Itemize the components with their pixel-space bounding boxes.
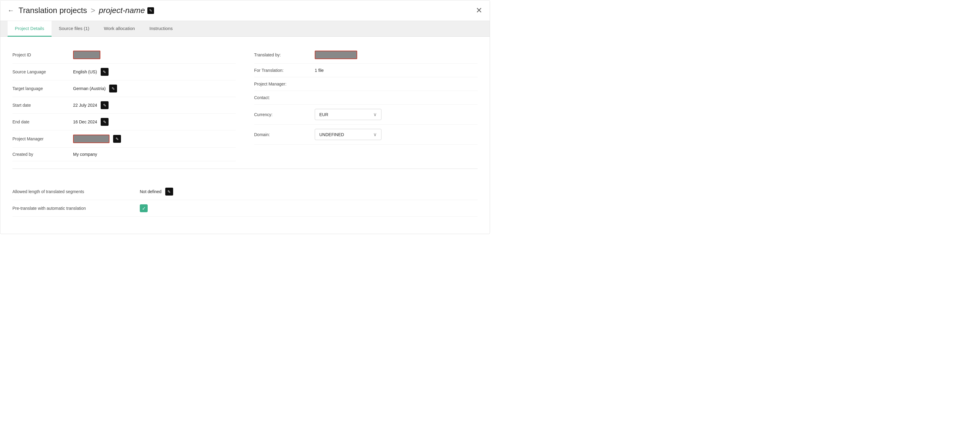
value-allowed-length: Not defined ✎ <box>140 188 477 196</box>
right-column: Translated by: For Translation: 1 file P… <box>254 46 477 161</box>
field-target-language: Target language German (Austria) ✎ <box>13 80 236 97</box>
fields-grid: Project ID Source Language English (US) … <box>13 46 477 161</box>
modal-window: ← Translation projects > project-name ✎ … <box>0 0 490 234</box>
domain-value: UNDEFINED <box>319 132 344 137</box>
field-project-manager-right: Project Manager: <box>254 77 477 91</box>
redacted-project-id <box>73 51 100 59</box>
value-for-translation: 1 file <box>315 68 477 73</box>
field-created-by: Created by My company <box>13 148 236 161</box>
section-divider <box>13 169 477 169</box>
source-language-text: English (US) <box>73 70 97 74</box>
tab-source-files[interactable]: Source files (1) <box>51 21 97 37</box>
tab-bar: Project Details Source files (1) Work al… <box>0 21 490 37</box>
edit-source-language-icon[interactable]: ✎ <box>101 68 108 76</box>
start-date-text: 22 July 2024 <box>73 103 97 108</box>
edit-start-date-icon[interactable]: ✎ <box>101 101 108 109</box>
page-title: Translation projects > project-name ✎ <box>19 6 154 15</box>
field-pre-translate: Pre-translate with automatic translation… <box>13 200 477 217</box>
allowed-length-text: Not defined <box>140 189 162 194</box>
bottom-section: Allowed length of translated segments No… <box>13 176 477 224</box>
label-domain: Domain: <box>254 132 315 137</box>
value-pre-translate: ✓ <box>140 204 477 212</box>
label-for-translation: For Translation: <box>254 68 315 73</box>
field-end-date: End date 16 Dec 2024 ✎ <box>13 114 236 130</box>
currency-dropdown[interactable]: EUR ∨ <box>315 109 382 120</box>
field-allowed-length: Allowed length of translated segments No… <box>13 183 477 200</box>
field-translated-by: Translated by: <box>254 46 477 64</box>
close-button[interactable]: ✕ <box>476 6 482 15</box>
label-start-date: Start date <box>13 103 73 108</box>
value-project-id <box>73 51 236 59</box>
redacted-translated-by <box>315 51 357 59</box>
modal-header: ← Translation projects > project-name ✎ … <box>0 0 490 21</box>
value-translated-by <box>315 51 477 59</box>
tab-instructions[interactable]: Instructions <box>142 21 180 37</box>
back-icon: ← <box>8 7 14 14</box>
edit-end-date-icon[interactable]: ✎ <box>101 118 108 126</box>
value-end-date: 16 Dec 2024 ✎ <box>73 118 236 126</box>
breadcrumb-prefix: Translation projects <box>19 6 87 15</box>
label-allowed-length: Allowed length of translated segments <box>13 189 140 194</box>
edit-target-language-icon[interactable]: ✎ <box>109 84 117 92</box>
value-target-language: German (Austria) ✎ <box>73 84 236 92</box>
redacted-project-manager <box>73 135 110 143</box>
edit-project-manager-icon[interactable]: ✎ <box>113 135 121 143</box>
domain-chevron-icon: ∨ <box>373 132 377 137</box>
field-start-date: Start date 22 July 2024 ✎ <box>13 97 236 114</box>
label-pre-translate: Pre-translate with automatic translation <box>13 206 140 211</box>
label-project-manager: Project Manager <box>13 137 73 141</box>
main-content: Project ID Source Language English (US) … <box>0 37 490 234</box>
for-translation-text: 1 file <box>315 68 324 73</box>
currency-chevron-icon: ∨ <box>373 111 377 117</box>
field-domain: Domain: UNDEFINED ∨ <box>254 125 477 145</box>
label-target-language: Target language <box>13 86 73 91</box>
label-end-date: End date <box>13 119 73 124</box>
back-button[interactable]: ← <box>8 7 14 14</box>
label-currency: Currency: <box>254 112 315 117</box>
currency-value: EUR <box>319 112 328 117</box>
value-source-language: English (US) ✎ <box>73 68 236 76</box>
created-by-text: My company <box>73 152 97 157</box>
field-source-language: Source Language English (US) ✎ <box>13 64 236 80</box>
label-project-manager-right: Project Manager: <box>254 81 315 86</box>
domain-dropdown[interactable]: UNDEFINED ∨ <box>315 129 382 140</box>
tab-work-allocation[interactable]: Work allocation <box>97 21 142 37</box>
field-project-manager: Project Manager ✎ <box>13 130 236 148</box>
edit-allowed-length-icon[interactable]: ✎ <box>165 188 173 196</box>
tab-project-details[interactable]: Project Details <box>8 21 51 37</box>
value-domain: UNDEFINED ∨ <box>315 129 477 140</box>
end-date-text: 16 Dec 2024 <box>73 119 97 124</box>
project-name-edit-icon[interactable]: ✎ <box>147 7 154 14</box>
label-project-id: Project ID <box>13 52 73 57</box>
label-translated-by: Translated by: <box>254 52 315 57</box>
breadcrumb-separator: > <box>91 6 95 15</box>
label-source-language: Source Language <box>13 70 73 74</box>
value-currency: EUR ∨ <box>315 109 477 120</box>
value-start-date: 22 July 2024 ✎ <box>73 101 236 109</box>
label-created-by: Created by <box>13 152 73 157</box>
project-name-label: project-name <box>99 6 145 15</box>
field-for-translation: For Translation: 1 file <box>254 64 477 77</box>
field-currency: Currency: EUR ∨ <box>254 105 477 125</box>
value-project-manager: ✎ <box>73 135 236 143</box>
pre-translate-checkbox[interactable]: ✓ <box>140 204 148 212</box>
left-column: Project ID Source Language English (US) … <box>13 46 236 161</box>
value-created-by: My company <box>73 152 236 157</box>
label-contact: Contact: <box>254 95 315 100</box>
field-project-id: Project ID <box>13 46 236 64</box>
target-language-text: German (Austria) <box>73 86 105 91</box>
field-contact: Contact: <box>254 91 477 105</box>
